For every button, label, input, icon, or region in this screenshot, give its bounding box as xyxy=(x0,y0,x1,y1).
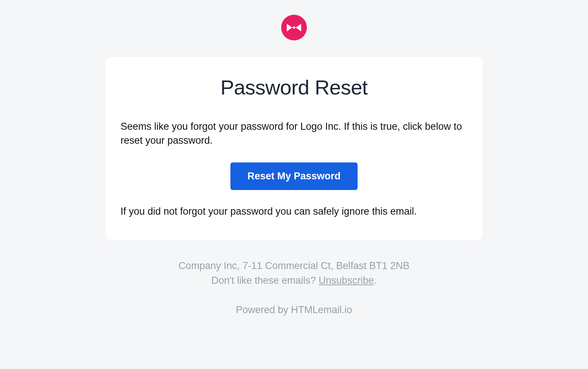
powered-by-line: Powered by HTMLemail.io xyxy=(105,303,483,317)
powered-by-link[interactable]: HTMLemail.io xyxy=(291,304,352,315)
email-footer: Company Inc, 7-11 Commercial Ct, Belfast… xyxy=(105,241,483,317)
intro-text: Seems like you forgot your password for … xyxy=(121,120,467,148)
unsubscribe-suffix: . xyxy=(374,275,377,286)
button-row: Reset My Password xyxy=(121,162,467,190)
unsubscribe-prompt: Don't like these emails? xyxy=(211,275,319,286)
page-title: Password Reset xyxy=(121,75,467,99)
email-card: Password Reset Seems like you forgot you… xyxy=(105,57,483,241)
unsubscribe-link[interactable]: Unsubscribe xyxy=(319,275,374,286)
logo-container xyxy=(281,15,307,42)
footer-unsubscribe-line: Don't like these emails? Unsubscribe. xyxy=(105,274,483,288)
reset-password-button[interactable]: Reset My Password xyxy=(230,162,358,190)
powered-prefix: Powered by xyxy=(236,304,291,315)
footer-address: Company Inc, 7-11 Commercial Ct, Belfast… xyxy=(105,259,483,273)
bowtie-logo-icon xyxy=(281,15,307,40)
ignore-text: If you did not forgot your password you … xyxy=(121,205,467,219)
